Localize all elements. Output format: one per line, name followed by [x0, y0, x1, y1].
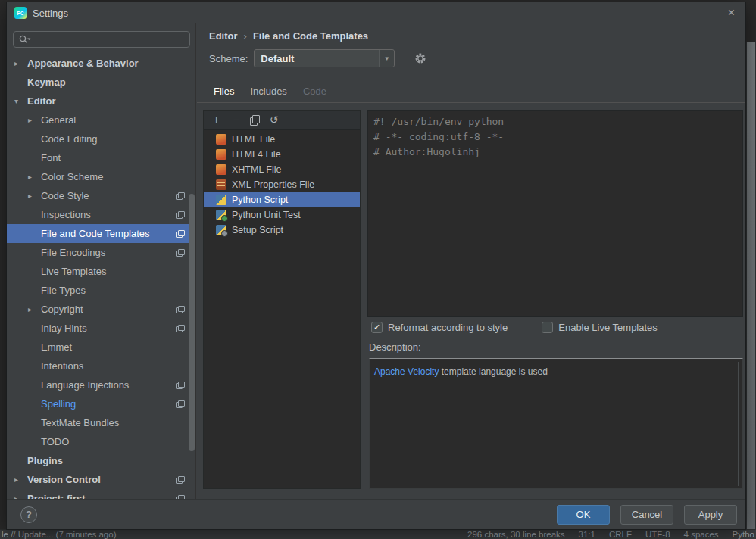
sidebar-item-copyright[interactable]: ▸Copyright: [7, 300, 195, 319]
ide-status-bar: le // Update... (7 minutes ago) 296 char…: [0, 529, 756, 539]
search-box[interactable]: [13, 31, 190, 48]
template-item-label: Python Unit Test: [232, 210, 301, 220]
breadcrumb-editor[interactable]: Editor: [209, 30, 238, 42]
template-item-html4-file[interactable]: HTML4 File: [204, 147, 360, 162]
sidebar-item-color-scheme[interactable]: ▸Color Scheme: [7, 167, 195, 186]
sidebar-item-label: Copyright: [41, 304, 83, 315]
sidebar-item-inspections[interactable]: Inspections: [7, 205, 195, 224]
template-item-label: Setup Script: [232, 225, 283, 235]
sidebar-item-file-encodings[interactable]: File Encodings: [7, 243, 195, 262]
sidebar-item-inlay-hints[interactable]: Inlay Hints: [7, 319, 195, 338]
settings-sidebar: ▸Appearance & BehaviorKeymap▾Editor▸Gene…: [7, 23, 196, 499]
sidebar-item-editor[interactable]: ▾Editor: [7, 92, 195, 111]
xml-file-icon: [216, 179, 226, 190]
sidebar-item-code-style[interactable]: ▸Code Style: [7, 186, 195, 205]
close-icon[interactable]: ×: [725, 6, 738, 20]
chevron-right-icon[interactable]: ▸: [28, 305, 41, 313]
settings-dialog: PC Settings × ▸Appearance & BehaviorKeym…: [6, 2, 746, 530]
sidebar-item-label: Spelling: [41, 398, 76, 410]
status-segment[interactable]: UTF-8: [645, 530, 670, 539]
status-segment[interactable]: 296 chars, 30 line breaks: [467, 530, 565, 539]
remove-template-button[interactable]: −: [230, 114, 242, 126]
status-segment[interactable]: CRLF: [609, 530, 632, 539]
reformat-checkbox[interactable]: ✓ Reformat according to style: [371, 322, 508, 333]
scheme-actions-button[interactable]: [414, 52, 426, 64]
dialog-title: Settings: [33, 8, 68, 19]
sidebar-item-label: Appearance & Behavior: [27, 58, 139, 69]
sidebar-item-emmet[interactable]: Emmet: [7, 338, 195, 357]
sidebar-item-todo[interactable]: TODO: [7, 432, 195, 451]
sidebar-item-font[interactable]: Font: [7, 148, 195, 167]
sidebar-item-file-and-code-templates[interactable]: File and Code Templates: [7, 224, 195, 243]
ok-button[interactable]: OK: [557, 505, 610, 525]
dialog-footer: ? OK Cancel Apply: [7, 499, 745, 529]
chevron-right-icon[interactable]: ▸: [28, 173, 41, 181]
code-line: # Author:Hugolinhj: [373, 145, 737, 160]
scheme-select[interactable]: Default ▼: [254, 49, 395, 67]
sidebar-item-keymap[interactable]: Keymap: [7, 73, 195, 92]
help-button[interactable]: ?: [20, 506, 37, 523]
sidebar-item-label: Language Injections: [41, 379, 129, 391]
sidebar-item-textmate-bundles[interactable]: TextMate Bundles: [7, 413, 195, 432]
add-template-button[interactable]: +: [211, 114, 222, 126]
sidebar-item-live-templates[interactable]: Live Templates: [7, 262, 195, 281]
sidebar-item-label: General: [41, 114, 76, 126]
settings-content: Editor › File and Code Templates Scheme:…: [197, 23, 745, 499]
templates-toolbar: + − ↺: [204, 111, 360, 130]
template-item-html-file[interactable]: HTML File: [204, 132, 360, 147]
sidebar-item-general[interactable]: ▸General: [7, 111, 195, 129]
code-line: # -*- coding:utf-8 -*-: [373, 129, 737, 145]
status-segment[interactable]: Pytho: [733, 530, 754, 539]
apache-velocity-link[interactable]: Apache Velocity: [374, 366, 439, 377]
apply-button[interactable]: Apply: [684, 505, 737, 525]
sidebar-item-spelling[interactable]: Spelling: [7, 394, 195, 413]
sidebar-item-intentions[interactable]: Intentions: [7, 357, 195, 375]
sidebar-item-label: Inlay Hints: [41, 322, 87, 334]
chevron-down-icon[interactable]: ▾: [14, 97, 27, 105]
cancel-button[interactable]: Cancel: [620, 505, 673, 525]
chevron-right-icon[interactable]: ▸: [28, 116, 41, 124]
sidebar-item-file-types[interactable]: File Types: [7, 281, 195, 300]
template-editor[interactable]: #! /usr/bin/env python# -*- coding:utf-8…: [367, 110, 743, 317]
template-item-setup-script[interactable]: Setup Script: [204, 223, 360, 238]
sidebar-item-appearance-behavior[interactable]: ▸Appearance & Behavior: [7, 54, 195, 73]
template-tabs: Files Includes Code: [197, 80, 326, 102]
editor-options: ✓ Reformat according to style Enable Liv…: [367, 322, 658, 333]
copy-template-button[interactable]: [250, 115, 260, 126]
sidebar-item-label: Code Editing: [41, 133, 97, 145]
status-segment[interactable]: 31:1: [579, 530, 595, 539]
chevron-right-icon[interactable]: ▸: [14, 59, 27, 67]
sidebar-item-version-control[interactable]: ▸Version Control: [7, 470, 195, 489]
html-file-icon: [216, 164, 226, 175]
template-item-python-unit-test[interactable]: Python Unit Test: [204, 207, 360, 223]
tab-files[interactable]: Files: [214, 86, 234, 97]
sidebar-item-label: File Types: [41, 285, 86, 296]
revert-template-button[interactable]: ↺: [268, 114, 280, 126]
live-templates-checkbox[interactable]: Enable Live Templates: [542, 322, 658, 333]
sidebar-item-language-injections[interactable]: Language Injections: [7, 375, 195, 394]
tab-includes[interactable]: Includes: [250, 86, 286, 97]
template-item-xhtml-file[interactable]: XHTML File: [204, 162, 360, 177]
sidebar-item-project-first[interactable]: ▸Project: first: [7, 489, 195, 499]
template-item-python-script[interactable]: Python Script: [204, 192, 360, 207]
tab-code[interactable]: Code: [303, 86, 326, 97]
template-item-label: Python Script: [232, 195, 288, 205]
sidebar-scrollbar-thumb[interactable]: [189, 194, 195, 451]
settings-tree: ▸Appearance & BehaviorKeymap▾Editor▸Gene…: [7, 54, 195, 499]
ide-editor-scrollbar[interactable]: [746, 42, 756, 529]
sidebar-item-label: Project: first: [27, 493, 86, 499]
template-item-xml-properties-file[interactable]: XML Properties File: [204, 177, 360, 192]
tabs-separator: [197, 102, 745, 103]
chevron-right-icon[interactable]: ▸: [28, 192, 41, 200]
description-panel: Apache Velocity template language is use…: [369, 358, 743, 489]
gear-icon: [414, 52, 426, 64]
template-item-label: HTML File: [232, 134, 275, 145]
dialog-titlebar: PC Settings ×: [7, 2, 745, 23]
chevron-right-icon[interactable]: ▸: [14, 475, 27, 484]
settings-search-input[interactable]: [33, 34, 185, 45]
description-label: Description:: [369, 341, 421, 353]
sidebar-item-code-editing[interactable]: Code Editing: [7, 129, 195, 148]
sidebar-item-label: Intentions: [41, 360, 83, 372]
sidebar-item-plugins[interactable]: Plugins: [7, 451, 195, 470]
status-segment[interactable]: 4 spaces: [684, 530, 719, 539]
